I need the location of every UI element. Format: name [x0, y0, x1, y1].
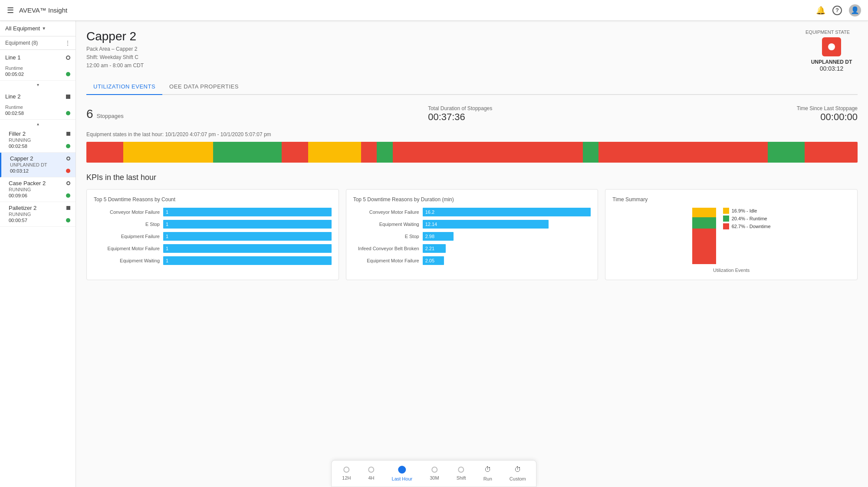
notification-icon[interactable]: 🔔	[816, 6, 825, 15]
sidebar-section-line2[interactable]: Line 2	[0, 89, 76, 101]
time-nav-step-4h[interactable]: 4H	[368, 467, 374, 480]
bar-container: 1	[163, 232, 332, 241]
nav-step-icon: ⏱	[484, 466, 491, 474]
sidebar-item-filler2[interactable]: Filler 2 RUNNING 00:02:58	[0, 128, 76, 153]
bar: 1	[163, 208, 332, 216]
bar-container: 2.21	[423, 244, 591, 253]
tab-oee-data-properties[interactable]: OEE DATA PROPERTIES	[162, 79, 246, 95]
more-options-icon[interactable]: ⋮	[65, 40, 70, 46]
sidebar: All Equipment ▼ Equipment (8) ⋮ Line 1 R…	[0, 21, 76, 487]
time-nav-step-12h[interactable]: 12H	[342, 467, 351, 480]
bar: 1	[163, 220, 332, 229]
line1-collapse-icon[interactable]: ▾	[0, 81, 76, 89]
menu-icon[interactable]: ☰	[7, 6, 14, 15]
timeline-segment	[123, 142, 181, 163]
time-nav-step-custom[interactable]: ⏱ Custom	[510, 466, 526, 481]
line2-runtime-label: Runtime	[5, 105, 70, 110]
nav-step-label: Custom	[510, 476, 526, 481]
casepacker2-name: Case Packer 2	[9, 180, 46, 186]
timeline-segment	[783, 142, 805, 163]
bar-container: 1	[163, 244, 332, 253]
equipment-header-section: Capper 2 Pack Area – Capper 2 Shift: Wee…	[86, 29, 858, 72]
casepacker2-runtime: 00:09:06	[9, 193, 27, 198]
sidebar-item-casepacker2[interactable]: Case Packer 2 RUNNING 00:09:06	[0, 177, 76, 202]
casepacker2-status-dot	[66, 193, 70, 198]
sidebar-item-line1-runtime[interactable]: Runtime 00:05:02	[0, 62, 76, 81]
equipment-filter[interactable]: All Equipment ▼	[0, 21, 76, 36]
line1-runtime-value: 00:05:02	[5, 72, 24, 77]
tab-utilization-events[interactable]: UTILIZATION EVENTS	[86, 79, 162, 95]
bar: 12.14	[423, 220, 549, 229]
bar-chart-row: Infeed Conveyor Belt Broken 2.21	[353, 244, 591, 253]
bar-chart-row: Equipment Waiting 12.14	[353, 220, 591, 229]
sidebar-item-capper2[interactable]: Capper 2 UNPLANNED DT 00:03:12	[0, 153, 76, 177]
state-badge	[822, 37, 841, 56]
filter-arrow-icon: ▼	[42, 26, 46, 31]
equipment-header: Equipment (8) ⋮	[0, 36, 76, 50]
timeline-segment	[598, 142, 767, 163]
tabs-container: UTILIZATION EVENTS OEE DATA PROPERTIES	[86, 79, 858, 95]
nav-step-label: Shift	[457, 475, 466, 480]
bar: 16.2	[423, 208, 591, 216]
nav-step-label: 4H	[368, 475, 374, 480]
time-summary-chart-container: 16.9% - Idle 20.4% - Runtime 62.7% - Dow…	[612, 208, 850, 264]
bar-label: Infeed Conveyor Belt Broken	[353, 246, 423, 251]
nav-step-label: 12H	[342, 475, 351, 480]
line2-label: Line 2	[5, 93, 20, 100]
line2-status-dot	[66, 111, 70, 115]
equipment-count-label: Equipment (8)	[5, 40, 38, 46]
timeline-segment	[377, 142, 393, 163]
time-nav-step-30m[interactable]: 30M	[430, 467, 439, 480]
nav-step-icon: ⏱	[514, 466, 521, 474]
line1-label: Line 1	[5, 54, 20, 61]
stats-row: 6 Stoppages Total Duration of Stoppages …	[86, 102, 858, 126]
state-name: UNPLANNED DT	[811, 59, 852, 65]
sidebar-item-palletizer2[interactable]: Palletizer 2 RUNNING 00:00:57	[0, 202, 76, 227]
legend-label: 16.9% - Idle	[732, 208, 757, 213]
total-duration: Total Duration of Stoppages 00:37:36	[428, 105, 492, 123]
time-since-value: 00:00:00	[797, 111, 858, 123]
help-icon[interactable]: ?	[832, 6, 842, 15]
kpi-time-summary-title: Time Summary	[612, 196, 850, 203]
bar-chart-row: Equipment Motor Failure 1	[94, 244, 332, 253]
time-summary-bar	[692, 208, 716, 264]
bar-label: Conveyor Motor Failure	[353, 209, 423, 215]
chart-by-count: Conveyor Motor Failure 1 E Stop 1 Equipm…	[94, 208, 332, 265]
bar-container: 1	[163, 220, 332, 229]
time-nav-step-last-hour[interactable]: Last Hour	[392, 466, 413, 481]
time-since-label: Time Since Last Stoppage	[797, 105, 858, 111]
bar: 1	[163, 256, 332, 265]
time-nav-step-run[interactable]: ⏱ Run	[483, 466, 492, 481]
kpi-section-title: KPIs in the last hour	[86, 173, 858, 182]
filter-label: All Equipment	[5, 25, 40, 32]
timeline-segment	[805, 142, 858, 163]
palletizer2-icon	[66, 206, 70, 210]
kpi-cards: Top 5 Downtime Reasons by Count Conveyor…	[86, 189, 858, 280]
bar-chart-row: Equipment Motor Failure 2.05	[353, 256, 591, 265]
bar-label: Conveyor Motor Failure	[94, 209, 163, 215]
bar: 1	[163, 244, 332, 253]
filler2-status-dot	[66, 144, 70, 148]
bar-label: E Stop	[94, 222, 163, 227]
line2-runtime-value: 00:02:58	[5, 111, 24, 116]
kpi-card-time-summary: Time Summary 16.9% - Idle 20.4% - Runtim…	[605, 189, 858, 280]
timeline-segment	[250, 142, 282, 163]
sidebar-section-line1[interactable]: Line 1	[0, 50, 76, 62]
capper2-status-dot	[66, 169, 70, 173]
state-badge-inner	[828, 43, 835, 50]
bar-chart-row: Equipment Failure 1	[94, 232, 332, 241]
bar-label: Equipment Failure	[94, 234, 163, 239]
top-nav: ☰ AVEVA™ Insight 🔔 ? 👤	[0, 0, 868, 21]
bar-label: Equipment Motor Failure	[353, 258, 423, 263]
time-nav-step-shift[interactable]: Shift	[457, 467, 466, 480]
main-content: Capper 2 Pack Area – Capper 2 Shift: Wee…	[76, 21, 868, 487]
account-icon[interactable]: 👤	[849, 4, 861, 16]
bar: 2.21	[423, 244, 446, 253]
bar-label: Equipment Waiting	[94, 258, 163, 263]
casepacker2-icon	[66, 181, 70, 185]
bar-label: Equipment Motor Failure	[94, 246, 163, 251]
line2-collapse-icon[interactable]: ▴	[0, 120, 76, 128]
sidebar-item-line2-runtime[interactable]: Runtime 00:02:58	[0, 101, 76, 120]
bar-label: E Stop	[353, 234, 423, 239]
bar: 2.98	[423, 232, 454, 241]
